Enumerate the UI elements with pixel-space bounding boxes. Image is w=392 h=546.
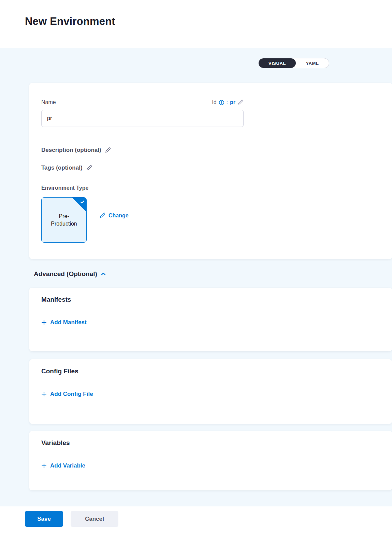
form-actions: Save Cancel bbox=[25, 511, 392, 527]
id-value: pr bbox=[230, 99, 235, 105]
manifests-card: Manifests Add Manifest bbox=[29, 288, 392, 351]
add-config-file-button[interactable]: Add Config File bbox=[41, 391, 93, 398]
save-button[interactable]: Save bbox=[25, 511, 63, 527]
tab-visual[interactable]: VISUAL bbox=[259, 58, 296, 68]
name-input[interactable] bbox=[41, 110, 244, 127]
description-label: Description (optional) bbox=[41, 147, 101, 154]
page-title: New Environment bbox=[25, 15, 392, 28]
advanced-section-toggle[interactable]: Advanced (Optional) bbox=[34, 270, 392, 278]
manifests-title: Manifests bbox=[41, 296, 392, 304]
checkmark-icon bbox=[80, 199, 85, 204]
edit-pencil-icon bbox=[99, 212, 106, 219]
page-header: New Environment bbox=[0, 0, 392, 48]
tags-label: Tags (optional) bbox=[41, 164, 83, 171]
selected-corner-fold bbox=[72, 198, 86, 212]
config-files-card: Config Files Add Config File bbox=[29, 359, 392, 424]
variables-title: Variables bbox=[41, 439, 392, 447]
cancel-button[interactable]: Cancel bbox=[71, 511, 118, 527]
edit-id-button[interactable] bbox=[237, 99, 244, 105]
change-environment-type-button[interactable]: Change bbox=[99, 212, 129, 219]
environment-type-card-preproduction[interactable]: Pre-Production bbox=[41, 197, 87, 243]
add-manifest-label: Add Manifest bbox=[50, 319, 87, 326]
info-icon[interactable] bbox=[219, 100, 224, 105]
add-variable-button[interactable]: Add Variable bbox=[41, 462, 85, 469]
plus-icon bbox=[41, 320, 47, 325]
add-config-file-label: Add Config File bbox=[50, 391, 93, 398]
tab-yaml[interactable]: YAML bbox=[296, 58, 329, 68]
environment-type-label: Environment Type bbox=[41, 185, 392, 192]
environment-details-card: Name Id : pr Description (optional) bbox=[29, 83, 392, 259]
name-label: Name bbox=[41, 99, 56, 105]
id-row: Id : pr bbox=[212, 99, 244, 105]
variables-card: Variables Add Variable bbox=[29, 431, 392, 490]
chevron-up-icon bbox=[101, 271, 106, 277]
plus-icon bbox=[41, 391, 47, 397]
plus-icon bbox=[41, 463, 47, 469]
edit-tags-button[interactable] bbox=[86, 165, 92, 171]
config-files-title: Config Files bbox=[41, 368, 392, 376]
add-variable-label: Add Variable bbox=[50, 462, 85, 469]
add-manifest-button[interactable]: Add Manifest bbox=[41, 319, 87, 326]
id-separator: : bbox=[227, 99, 228, 105]
id-label: Id bbox=[212, 99, 216, 105]
environment-type-value: Pre-Production bbox=[46, 213, 82, 227]
edit-description-button[interactable] bbox=[105, 147, 111, 154]
visual-yaml-toggle: VISUAL YAML bbox=[258, 58, 329, 68]
environment-form-panel: VISUAL YAML Name Id : pr bbox=[0, 48, 392, 506]
advanced-heading-label: Advanced (Optional) bbox=[34, 270, 97, 278]
change-label: Change bbox=[108, 213, 129, 219]
